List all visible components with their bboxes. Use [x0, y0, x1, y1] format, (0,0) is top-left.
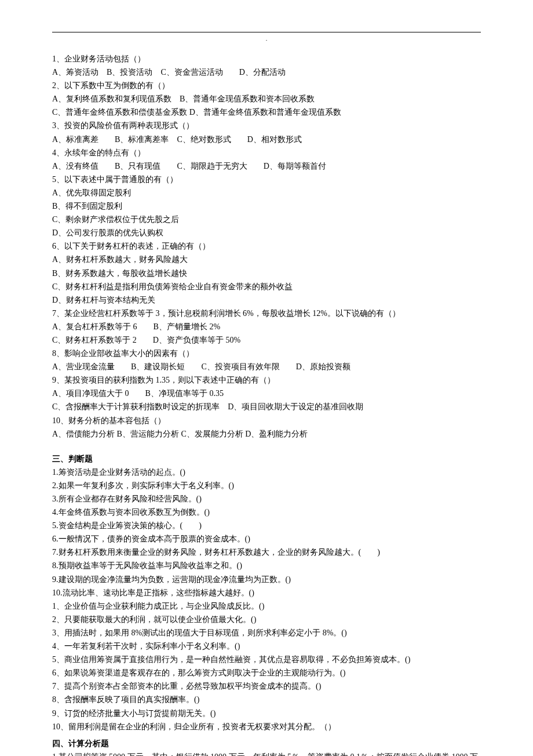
- text-line: 5、商业信用筹资属于直接信用行为，是一种自然性融资，其优点是容易取得，不必负担筹…: [52, 653, 481, 666]
- text-line: 2.如果一年复利多次，则实际利率大于名义利率。(): [52, 479, 481, 492]
- text-line: 2、以下系数中互为倒数的有（）: [52, 79, 481, 92]
- text-line: 9、某投资项目的获利指数为 1.35，则以下表述中正确的有（）: [52, 373, 481, 387]
- text-line: C、财务杠杆利益是指利用负债筹资给企业自有资金带来的额外收益: [52, 280, 481, 293]
- text-line: A、没有终值 B、只有现值 C、期限趋于无穷大 D、每期等额首付: [52, 159, 481, 173]
- multi-choice-block: 1、企业财务活动包括（） A、筹资活动 B、投资活动 C、资金营运活动 D、分配…: [52, 52, 481, 441]
- text-line: 3.所有企业都存在财务风险和经营风险。(): [52, 492, 481, 506]
- text-line: 8、含报酬率反映了项目的真实报酬率。(): [52, 693, 481, 706]
- text-line: 7、某企业经营杠杆系数等于 3，预计息税前利润增长 6%，每股收益增长 12%。…: [52, 307, 481, 320]
- text-line: 3、用插法时，如果用 8%测试出的现值大于目标现值，则所求利率必定小于 8%。(…: [52, 626, 481, 639]
- text-line: 4、一年若复利若干次时，实际利率小于名义利率。(): [52, 639, 481, 653]
- text-line: D、公司发行股票的优先认购权: [52, 226, 481, 239]
- text-line: 9、订货的经济批量大小与订货提前期无关。(): [52, 707, 481, 720]
- section-heading-tf: 三、判断题: [52, 452, 481, 466]
- text-line: 5.资金结构是企业筹资决策的核心。( ): [52, 519, 481, 532]
- text-line: A、项目净现值大于 0 B、净现值率等于 0.35: [52, 387, 481, 400]
- text-line: A、复利终值系数和复利现值系数 B、普通年金现值系数和资本回收系数: [52, 92, 481, 106]
- text-line: 2、只要能获取最大的利润，就可以使企业价值最大化。(): [52, 613, 481, 626]
- text-line: B、得不到固定股利: [52, 199, 481, 213]
- document-body: 1、企业财务活动包括（） A、筹资活动 B、投资活动 C、资金营运活动 D、分配…: [52, 52, 481, 756]
- true-false-block: 1.筹资活动是企业财务活动的起点。() 2.如果一年复利多次，则实际利率大于名义…: [52, 466, 481, 733]
- text-line: 4.年金终值系数与资本回收系数互为倒数。(): [52, 506, 481, 519]
- calculation-block: 1.某公司拟筹资 5000 万元，其中：银行借款 1000 万元，年利率为 5％…: [52, 750, 481, 756]
- page-top-rule: [52, 32, 481, 32]
- section-heading-calc: 四、计算分析题: [52, 737, 481, 750]
- text-line: C、含报酬率大于计算获利指数时设定的折现率 D、项目回收期大于设定的基准回收期: [52, 400, 481, 413]
- text-line: A、财务杠杆系数越大，财务风险越大: [52, 253, 481, 266]
- text-line: A、筹资活动 B、投资活动 C、资金营运活动 D、分配活动: [52, 66, 481, 79]
- text-line: 1.筹资活动是企业财务活动的起点。(): [52, 466, 481, 479]
- text-line: A、标准离差 B、标准离差率 C、绝对数形式 D、相对数形式: [52, 133, 481, 146]
- text-line: 1、企业财务活动包括（）: [52, 52, 481, 66]
- text-line: 1.某公司拟筹资 5000 万元，其中：银行借款 1000 万元，年利率为 5％…: [52, 750, 481, 756]
- text-line: 6、以下关于财务杠杆的表述，正确的有（）: [52, 239, 481, 253]
- text-line: 8.预期收益率等于无风险收益率与风险收益率之和。(): [52, 559, 481, 572]
- text-line: 3、投资的风险价值有两种表现形式（）: [52, 119, 481, 132]
- spacer: [52, 441, 481, 449]
- text-line: C、普通年金终值系数和偿债基金系数 D、普通年金终值系数和普通年金现值系数: [52, 106, 481, 119]
- text-line: 5、以下表述中属于普通股的有（）: [52, 173, 481, 186]
- text-line: 10.流动比率、速动比率是正指标，这些指标越大越好。(): [52, 586, 481, 599]
- text-line: 10、财务分析的基本容包括（）: [52, 414, 481, 427]
- text-line: C、财务杠杆系数等于 2 D、资产负债率等于 50%: [52, 333, 481, 347]
- text-line: 7.财务杠杆系数用来衡量企业的财务风险，财务杠杆系数越大，企业的财务风险越大。(…: [52, 546, 481, 559]
- text-line: 7、提高个别资本占全部资本的比重，必然导致加权平均资金成本的提高。(): [52, 679, 481, 693]
- text-line: A、偿债能力分析 B、营运能力分析 C、发展能力分析 D、盈利能力分析: [52, 427, 481, 441]
- text-line: 6.一般情况下，债券的资金成本高于股票的资金成本。(): [52, 532, 481, 546]
- text-line: A、优先取得固定股利: [52, 186, 481, 199]
- text-line: 10、留用利润是留在企业的利润，归企业所有，投资者无权要求对其分配。（）: [52, 720, 481, 733]
- text-line: A、复合杠杆系数等于 6 B、产销量增长 2%: [52, 320, 481, 333]
- text-line: B、财务系数越大，每股收益增长越快: [52, 267, 481, 280]
- text-line: C、剩余财产求偿权位于优先股之后: [52, 213, 481, 226]
- text-line: 4、永续年金的特点有（）: [52, 146, 481, 159]
- text-line: 6、如果说筹资渠道是客观存在的，那么筹资方式则取决于企业的主观能动行为。(): [52, 666, 481, 679]
- text-line: A、营业现金流量 B、建设期长短 C、投资项目有效年限 D、原始投资额: [52, 360, 481, 373]
- text-line: 9.建设期的现金净流量均为负数，运营期的现金净流量均为正数。(): [52, 573, 481, 586]
- text-line: 1、企业价值与企业获利能力成正比，与企业风险成反比。(): [52, 599, 481, 613]
- header-dot: ·: [266, 36, 268, 46]
- text-line: 8、影响企业部收益率大小的因素有（）: [52, 347, 481, 360]
- text-line: D、财务杠杆与资本结构无关: [52, 293, 481, 307]
